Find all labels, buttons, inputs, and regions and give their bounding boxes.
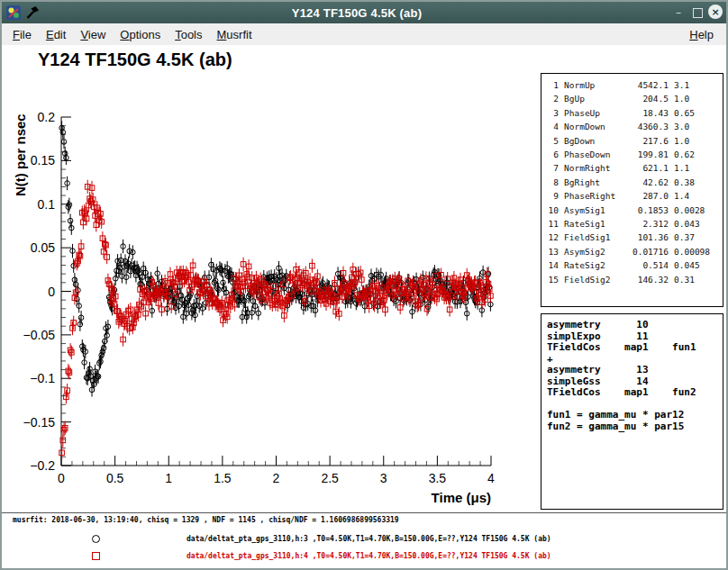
param-row: 6PhaseDown199.810.62 <box>547 148 721 161</box>
svg-text:Time (μs): Time (μs) <box>432 490 491 505</box>
menu-musrfit[interactable]: Musrfit <box>210 25 259 44</box>
legend: data/deltat_pta_gps_3110,h:3 ,T0=4.50K,T… <box>2 530 726 565</box>
svg-text:−0.2: −0.2 <box>30 458 55 473</box>
param-row: 8BgRight42.620.38 <box>547 176 721 189</box>
parameter-box: 1NormUp4542.13.12BgUp204.51.03PhaseUp18.… <box>541 73 723 307</box>
menu-edit[interactable]: Edit <box>39 25 73 44</box>
open-square-icon <box>92 552 100 560</box>
menu-file[interactable]: File <box>5 25 39 44</box>
param-row: 4NormDown4360.33.0 <box>547 120 721 133</box>
param-row: 3PhaseUp18.430.65 <box>547 106 721 120</box>
divider <box>2 512 726 513</box>
param-row: 11RateSig12.3120.043 <box>547 217 721 231</box>
param-row: 14RateSig20.5140.045 <box>547 258 721 272</box>
param-row: 5BgDown217.61.0 <box>547 134 721 148</box>
series-open-circle <box>59 121 493 396</box>
theory-line: TFieldCos map1 fun1 <box>547 342 721 354</box>
theory-box: asymmetry 10simplExpo 11TFieldCos map1 f… <box>541 313 723 510</box>
svg-text:−0.05: −0.05 <box>23 328 56 342</box>
theory-line: TFieldCos map1 fun2 <box>547 387 721 399</box>
svg-text:2: 2 <box>273 471 280 485</box>
param-row: 1NormUp4542.13.1 <box>547 78 721 92</box>
menu-tools[interactable]: Tools <box>168 25 209 44</box>
titlebar[interactable]: Y124 TF150G 4.5K (ab) – × <box>2 2 726 23</box>
svg-text:0.5: 0.5 <box>106 471 124 485</box>
param-row: 7NormRight621.11.1 <box>547 161 721 175</box>
theory-line: asymmetry 10 <box>547 320 721 331</box>
svg-text:−0.1: −0.1 <box>30 371 55 385</box>
open-circle-icon <box>92 535 100 543</box>
theory-line: asymmetry 13 <box>547 365 721 376</box>
svg-text:0: 0 <box>58 471 65 485</box>
param-row: 9PhaseRight287.01.4 <box>547 189 721 203</box>
window-title: Y124 TF150G 4.5K (ab) <box>43 6 670 20</box>
menubar: FileEditViewOptionsToolsMusrfit Help <box>2 23 726 46</box>
svg-text:1.5: 1.5 <box>214 471 232 485</box>
svg-text:3.5: 3.5 <box>429 471 447 485</box>
plot-canvas[interactable]: 00.511.522.533.54−0.2−0.15−0.1−0.0500.05… <box>2 45 515 513</box>
svg-text:0.05: 0.05 <box>31 240 55 255</box>
param-row: 15FieldSig2146.320.31 <box>547 273 721 286</box>
param-row: 2BgUp204.51.0 <box>547 92 721 105</box>
plot-window: Y124 TF150G 4.5K (ab) 00.511.522.533.54−… <box>2 45 726 568</box>
menu-options[interactable]: Options <box>113 25 168 44</box>
svg-text:0.15: 0.15 <box>31 153 55 167</box>
close-button[interactable]: × <box>708 5 723 19</box>
legend-label: data/deltat_pta_gps_3110,h:4 ,T0=4.50K,T… <box>187 552 551 560</box>
svg-text:N(t) per nsec: N(t) per nsec <box>13 113 28 196</box>
menu-help[interactable]: Help <box>680 25 723 44</box>
svg-text:1: 1 <box>165 471 172 485</box>
svg-text:2.5: 2.5 <box>321 471 339 485</box>
svg-text:0: 0 <box>48 285 55 299</box>
svg-text:−0.15: −0.15 <box>23 415 56 430</box>
legend-label: data/deltat_pta_gps_3110,h:3 ,T0=4.50K,T… <box>187 535 551 543</box>
minimize-button[interactable]: – <box>670 5 687 21</box>
hammer-icon <box>24 5 41 21</box>
svg-text:3: 3 <box>380 471 387 485</box>
theory-line: fun1 = gamma_mu * par12 <box>547 410 721 421</box>
app-window: Y124 TF150G 4.5K (ab) – × FileEditViewOp… <box>0 0 728 570</box>
series-open-square <box>59 180 493 460</box>
param-row: 10AsymSig10.18530.0028 <box>547 204 721 217</box>
theory-line: fun2 = gamma_mu * par15 <box>547 421 721 433</box>
fit-info: musrfit: 2018-06-30, 13:19:40, chisq = 1… <box>13 516 399 524</box>
app-icon[interactable] <box>5 5 22 21</box>
svg-text:4: 4 <box>487 471 495 485</box>
legend-item: data/deltat_pta_gps_3110,h:3 ,T0=4.50K,T… <box>2 530 726 547</box>
param-row: 12FieldSig1101.360.37 <box>547 231 721 244</box>
menu-view[interactable]: View <box>73 25 113 44</box>
legend-item: data/deltat_pta_gps_3110,h:4 ,T0=4.50K,T… <box>2 547 726 565</box>
maximize-button[interactable] <box>689 5 705 21</box>
svg-text:0.1: 0.1 <box>38 197 56 212</box>
svg-text:0.2: 0.2 <box>38 110 56 124</box>
param-row: 13AsymSig20.017160.00098 <box>547 245 721 258</box>
